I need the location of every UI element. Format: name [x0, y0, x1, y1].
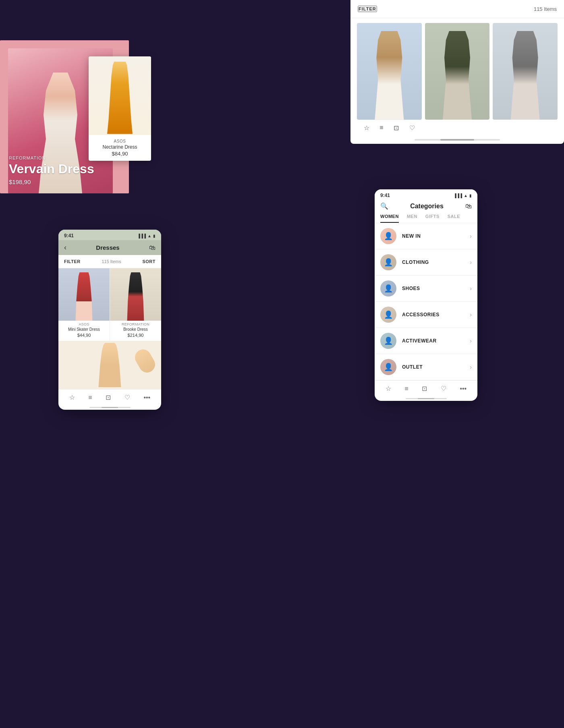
- clothing-avatar: 👤: [380, 254, 396, 270]
- accessories-label: ACCESSORIES: [402, 312, 470, 317]
- cat-screen-title: Categories: [410, 203, 444, 210]
- mobile-product-3-partial[interactable]: [58, 341, 161, 389]
- tab-gifts[interactable]: GIFTS: [425, 214, 440, 223]
- mobile-categories-screen: 9:41 ▐▐▐ ▲ ▮ 🔍 Categories 🛍 WOMEN MEN GI…: [375, 189, 477, 401]
- product-1-price: $44,90: [58, 333, 110, 338]
- new-in-figure: 👤: [384, 232, 393, 241]
- new-in-avatar: 👤: [380, 228, 396, 244]
- orange-dress-brand: ASOS: [93, 139, 147, 143]
- outlet-label: OUTLET: [402, 364, 470, 370]
- shoes-label: SHOES: [402, 286, 470, 291]
- add-bag-icon-1[interactable]: ≡: [379, 124, 383, 132]
- dress-2-background: [110, 268, 161, 321]
- cat-cart-icon[interactable]: 🛍: [465, 203, 472, 210]
- outlet-chevron: ›: [470, 364, 472, 370]
- hero-brand: REFORMATION: [9, 156, 94, 160]
- wifi-icon: ▲: [147, 234, 151, 238]
- orange-dress-figure: [106, 62, 134, 134]
- mobile-bottom-bar: ☆ ≡ ⊡ ♡ •••: [58, 389, 161, 405]
- mobile-scroll-thumb: [102, 407, 118, 408]
- listing-scrollbar[interactable]: [415, 139, 500, 141]
- cat-signal-icon: ▐▐▐: [454, 193, 462, 198]
- listing-product-3[interactable]: [493, 23, 558, 136]
- category-accessories[interactable]: 👤 ACCESSORIES ›: [375, 302, 477, 328]
- product-1-image: [58, 268, 110, 321]
- signal-icon: ▐▐▐: [137, 234, 146, 238]
- category-outlet[interactable]: 👤 OUTLET ›: [375, 354, 477, 380]
- back-button[interactable]: ‹: [64, 243, 66, 252]
- product-2-name: Brooke Dress: [110, 326, 161, 333]
- listing-product-1[interactable]: ☆ ≡ ⊡ ♡: [357, 23, 422, 136]
- category-clothing[interactable]: 👤 CLOTHING ›: [375, 249, 477, 276]
- dress-3-figure: [94, 343, 126, 387]
- tab-women[interactable]: WOMEN: [380, 214, 399, 223]
- category-new-in[interactable]: 👤 NEW IN ›: [375, 223, 477, 249]
- mobile-products-grid: ASOS Mini Skater Dress $44,90 REFORMATIO…: [58, 268, 161, 341]
- accessories-figure: 👤: [384, 310, 393, 319]
- cat-tab-view-icon[interactable]: ⊡: [422, 385, 427, 392]
- cat-wifi-icon: ▲: [464, 193, 468, 198]
- shoes-figure: 👤: [384, 284, 393, 293]
- cat-scroll-indicator: [406, 398, 447, 399]
- cat-status-icons: ▐▐▐ ▲ ▮: [454, 193, 472, 198]
- mobile-nav-bar: ‹ Dresses 🛍: [58, 240, 161, 255]
- cat-battery-icon: ▮: [469, 193, 472, 198]
- clothing-figure: 👤: [384, 258, 393, 267]
- tab-men[interactable]: MEN: [407, 214, 417, 223]
- suit-3-figure: [509, 31, 541, 120]
- wishlist-icon-1[interactable]: ☆: [364, 124, 369, 132]
- like-icon-1[interactable]: ♡: [409, 124, 415, 132]
- suit-2-image: [425, 23, 490, 120]
- cat-tab-like-icon[interactable]: ♡: [441, 385, 446, 392]
- orange-dress-card[interactable]: ASOS Nectarine Dress $84,90: [89, 56, 151, 161]
- orange-dress-info: ASOS Nectarine Dress $84,90: [89, 135, 151, 161]
- activewear-avatar: 👤: [380, 333, 396, 349]
- accessories-chevron: ›: [470, 311, 472, 318]
- suit-3-image: [493, 23, 558, 120]
- mobile-dresses-screen: 9:41 ▐▐▐ ▲ ▮ ‹ Dresses 🛍 FILTER 115 Item…: [58, 230, 161, 410]
- cart-icon[interactable]: 🛍: [149, 244, 156, 251]
- listing-scrollbar-thumb: [440, 139, 475, 141]
- listing-products-grid: ☆ ≡ ⊡ ♡: [350, 18, 564, 136]
- accessories-avatar: 👤: [380, 307, 396, 323]
- category-shoes[interactable]: 👤 SHOES ›: [375, 276, 477, 302]
- tab-view-icon[interactable]: ⊡: [106, 394, 111, 401]
- cat-tab-wishlist-icon[interactable]: ☆: [386, 385, 391, 392]
- tab-sale[interactable]: SALE: [448, 214, 460, 223]
- product-2-brand: REFORMATION: [110, 321, 161, 326]
- filter-button[interactable]: FILTER: [64, 259, 81, 264]
- outlet-avatar: 👤: [380, 359, 396, 375]
- tab-like-icon[interactable]: ♡: [124, 394, 130, 401]
- cat-bottom-bar: ☆ ≡ ⊡ ♡ •••: [375, 380, 477, 396]
- category-activewear[interactable]: 👤 ACTIVEWEAR ›: [375, 328, 477, 354]
- outlet-figure: 👤: [384, 363, 393, 371]
- activewear-figure: 👤: [384, 336, 393, 345]
- suit-2-figure: [441, 31, 473, 120]
- tab-bag-icon[interactable]: ≡: [88, 394, 92, 401]
- orange-dress-image: [89, 56, 151, 135]
- filter-button[interactable]: FILTER: [358, 6, 377, 12]
- activewear-label: ACTIVEWEAR: [402, 338, 470, 344]
- mobile-product-1[interactable]: ASOS Mini Skater Dress $44,90: [58, 268, 110, 341]
- third-product-arm: [132, 346, 158, 375]
- suit-1-figure: [373, 31, 405, 120]
- mobile-product-2[interactable]: REFORMATION Brooke Dress $214,90: [110, 268, 161, 341]
- search-icon[interactable]: 🔍: [380, 202, 388, 210]
- dress-1-background: [58, 268, 110, 321]
- suit-1-image: [357, 23, 422, 120]
- orange-dress-price: $84,90: [93, 151, 147, 157]
- sort-button[interactable]: SORT: [142, 259, 156, 264]
- status-icons: ▐▐▐ ▲ ▮: [137, 234, 156, 238]
- tab-wishlist-icon[interactable]: ☆: [69, 394, 75, 401]
- tab-more-icon[interactable]: •••: [143, 394, 150, 401]
- cat-tab-bag-icon[interactable]: ≡: [404, 385, 408, 392]
- cat-nav-bar: 🔍 Categories 🛍: [375, 200, 477, 214]
- clothing-chevron: ›: [470, 259, 472, 265]
- view-icon-1[interactable]: ⊡: [394, 124, 399, 132]
- dress-1-figure: [73, 272, 95, 321]
- orange-dress-name: Nectarine Dress: [93, 144, 147, 150]
- cat-tab-more-icon[interactable]: •••: [460, 385, 467, 392]
- shoes-avatar: 👤: [380, 280, 396, 297]
- listing-product-2[interactable]: [425, 23, 490, 136]
- mobile-filter-bar: FILTER 115 Items SORT: [58, 255, 161, 268]
